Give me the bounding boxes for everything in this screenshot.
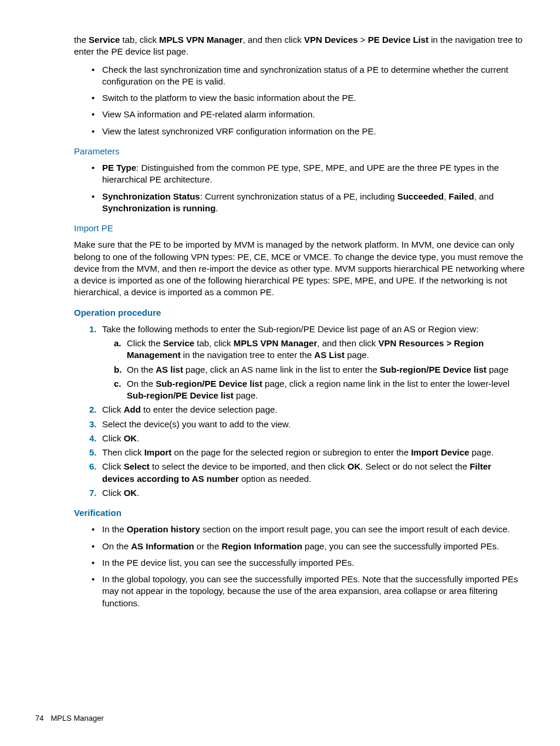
text: tab, click <box>194 338 234 348</box>
heading-verification: Verification <box>74 507 525 519</box>
text: , and <box>474 191 494 201</box>
section-name: MPLS Manager <box>50 714 103 723</box>
list-item: Then click Import on the page for the se… <box>102 447 525 458</box>
text: to select the device to be imported, and… <box>150 461 348 471</box>
parameters-list: PE Type: Distinguished from the common P… <box>74 162 525 214</box>
verification-list: In the Operation history section on the … <box>74 524 525 609</box>
text-bold: Succeeded <box>397 191 444 201</box>
text-bold: Region Information <box>221 541 302 551</box>
text-bold: Add <box>124 404 141 414</box>
list-item: Synchronization Status: Current synchron… <box>102 191 525 215</box>
list-item: Take the following methods to enter the … <box>102 323 525 402</box>
text-bold: AS List <box>314 350 345 360</box>
text: page. <box>234 390 258 400</box>
list-item: Click OK. <box>102 487 525 499</box>
list-item: On the AS list page, click an AS name li… <box>127 364 525 376</box>
text: or the <box>194 541 222 551</box>
text: page, click an AS name link in the list … <box>183 364 380 374</box>
heading-import-pe: Import PE <box>74 222 525 234</box>
text: In the <box>102 524 127 534</box>
text-bold: OK <box>348 461 361 471</box>
text: . <box>137 488 139 498</box>
param-text: : Current synchronization status of a PE… <box>200 191 397 201</box>
page-number: 74 <box>35 714 43 723</box>
text: . <box>215 203 218 213</box>
text: Click <box>102 404 124 414</box>
list-item: View SA information and PE-related alarm… <box>102 109 525 120</box>
text: Click <box>102 461 124 471</box>
text-bold: AS list <box>156 364 183 374</box>
list-item: In the PE device list, you can see the s… <box>102 557 525 569</box>
text: page. <box>469 447 494 457</box>
text: On the <box>127 364 156 374</box>
param-text: : Distinguished from the common PE type,… <box>102 163 499 184</box>
text: > <box>358 35 368 45</box>
text: page, you can see the successfully impor… <box>302 541 499 551</box>
list-item: PE Type: Distinguished from the common P… <box>102 162 525 186</box>
text-bold: Operation history <box>127 524 200 534</box>
text: , and then click <box>243 35 304 45</box>
text: Click <box>102 433 124 443</box>
text: Click <box>102 488 124 498</box>
text-bold: Service <box>163 338 194 348</box>
text-bold: Sub-region/PE Device list <box>156 379 262 389</box>
list-item: Switch to the platform to view the basic… <box>102 92 525 104</box>
text: option as needed. <box>239 474 311 484</box>
operation-steps: Take the following methods to enter the … <box>74 323 525 499</box>
text: On the <box>127 379 156 389</box>
intro-bullets: Check the last synchronization time and … <box>74 64 525 137</box>
text-bold: AS Information <box>131 541 194 551</box>
list-item: Click the Service tab, click MPLS VPN Ma… <box>127 337 525 362</box>
step-text: Take the following methods to enter the … <box>102 324 478 334</box>
text-bold: MPLS VPN Manager <box>234 338 318 348</box>
page-content: the Service tab, click MPLS VPN Manager,… <box>74 34 525 609</box>
text: , <box>444 191 448 201</box>
list-item: View the latest synchronized VRF configu… <box>102 126 525 137</box>
substeps: Click the Service tab, click MPLS VPN Ma… <box>102 337 525 401</box>
param-label: PE Type <box>102 163 136 173</box>
list-item: Click Add to enter the device selection … <box>102 404 525 416</box>
text-bold: Import <box>144 447 172 457</box>
text: , and then click <box>317 338 378 348</box>
text-bold: Service <box>89 35 120 45</box>
text: the <box>74 35 89 45</box>
text: page. <box>345 350 369 360</box>
intro-paragraph: the Service tab, click MPLS VPN Manager,… <box>74 34 525 58</box>
text-bold: OK <box>124 488 137 498</box>
list-item: On the AS Information or the Region Info… <box>102 541 525 552</box>
text: to enter the device selection page. <box>141 404 278 414</box>
list-item: In the Operation history section on the … <box>102 524 525 535</box>
page-footer: 74MPLS Manager <box>35 714 104 723</box>
text-bold: Select <box>124 461 150 471</box>
text: Click the <box>127 338 163 348</box>
list-item: Click OK. <box>102 433 525 444</box>
text-bold: OK <box>124 433 137 443</box>
heading-parameters: Parameters <box>74 146 525 157</box>
list-item: Check the last synchronization time and … <box>102 64 525 88</box>
text-bold: Synchronization is running <box>102 203 215 213</box>
text: . Select or do not select the <box>360 461 470 471</box>
text: Then click <box>102 447 144 457</box>
list-item: Select the device(s) you want to add to … <box>102 418 525 430</box>
text: in the navigation tree to enter the <box>181 350 315 360</box>
text: . <box>137 433 139 443</box>
text-bold: Sub-region/PE Device list <box>127 390 234 400</box>
text-bold: PE Device List <box>368 35 429 45</box>
import-paragraph: Make sure that the PE to be imported by … <box>74 239 525 298</box>
text-bold: Failed <box>448 191 474 201</box>
list-item: On the Sub-region/PE Device list page, c… <box>127 378 525 402</box>
text: section on the import result page, you c… <box>200 524 510 534</box>
text-bold: Sub-region/PE Device list <box>380 364 487 374</box>
list-item: In the global topology, you can see the … <box>102 573 525 609</box>
text-bold: VPN Devices <box>304 35 358 45</box>
text: tab, click <box>120 35 159 45</box>
text: On the <box>102 541 131 551</box>
document-page: the Service tab, click MPLS VPN Manager,… <box>0 0 560 746</box>
param-label: Synchronization Status <box>102 191 200 201</box>
text-bold: MPLS VPN Manager <box>159 35 243 45</box>
text: page <box>487 364 509 374</box>
heading-operation-procedure: Operation procedure <box>74 307 525 319</box>
text: on the page for the selected region or s… <box>171 447 411 457</box>
text-bold: Import Device <box>411 447 469 457</box>
text: page, click a region name link in the li… <box>262 379 510 389</box>
